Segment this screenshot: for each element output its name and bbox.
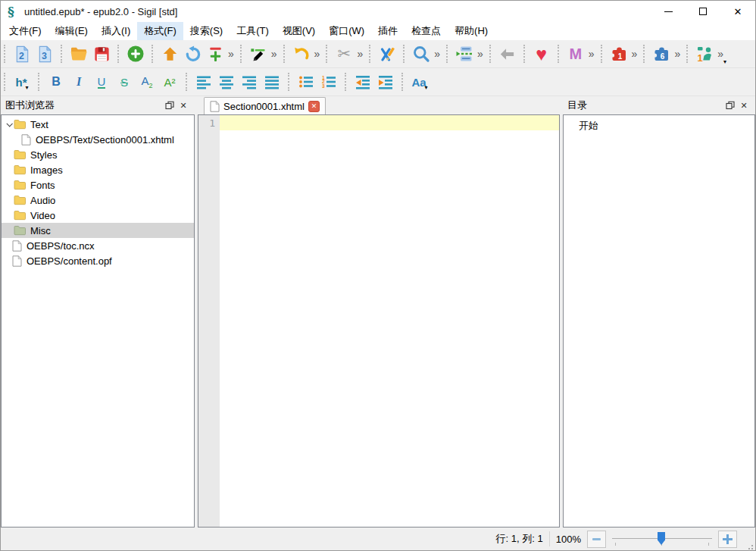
chevron-slot[interactable] bbox=[5, 122, 14, 127]
menu-file[interactable]: 文件(F) bbox=[2, 22, 48, 40]
strikethrough-button[interactable]: S bbox=[113, 70, 136, 93]
indent-button[interactable] bbox=[374, 70, 397, 93]
toolbar-grip[interactable] bbox=[152, 45, 155, 63]
align-justify-button[interactable] bbox=[261, 70, 283, 93]
tree-item-images-folder[interactable]: Images bbox=[2, 162, 194, 177]
cut-button[interactable]: ✂ bbox=[333, 42, 355, 65]
maximize-button[interactable] bbox=[686, 1, 720, 22]
toolbar-grip[interactable] bbox=[283, 45, 287, 63]
toolbar-grip[interactable] bbox=[288, 73, 292, 91]
checkpoint-button[interactable]: 1 bbox=[693, 42, 716, 65]
tree-item-audio-folder[interactable]: Audio bbox=[2, 193, 194, 208]
zoom-slider-thumb[interactable] bbox=[658, 532, 665, 545]
tree-item-text-folder[interactable]: Text bbox=[2, 117, 194, 132]
toolbar-grip[interactable] bbox=[489, 45, 493, 63]
toolbar-grip[interactable] bbox=[38, 73, 42, 91]
toolbar-overflow-chevron[interactable]: » bbox=[630, 42, 639, 65]
menu-window[interactable]: 窗口(W) bbox=[322, 22, 371, 40]
float-panel-button[interactable] bbox=[723, 99, 737, 112]
change-case-button[interactable]: Aa ▾ bbox=[408, 70, 431, 93]
menu-insert[interactable]: 插入(I) bbox=[95, 22, 137, 40]
tab-close-button[interactable]: ✕ bbox=[308, 101, 320, 112]
toolbar-grip[interactable] bbox=[401, 73, 405, 91]
tree-item-section0001[interactable]: OEBPS/Text/Section0001.xhtml bbox=[2, 132, 194, 147]
align-right-button[interactable] bbox=[238, 70, 261, 93]
checkpoint-dropdown-caret-icon[interactable]: ▾ bbox=[723, 58, 726, 67]
align-left-button[interactable] bbox=[192, 70, 215, 93]
superscript-button[interactable]: A² bbox=[158, 70, 181, 93]
insert-file-button[interactable] bbox=[204, 42, 226, 65]
toolbar-grip[interactable] bbox=[4, 73, 8, 91]
code-area[interactable] bbox=[220, 115, 559, 527]
tree-item-content-opf[interactable]: OEBPS/content.opf bbox=[2, 253, 194, 268]
new-epub3-button[interactable]: 3 bbox=[33, 42, 56, 65]
tree-item-styles-folder[interactable]: Styles bbox=[2, 147, 194, 162]
find-replace-button[interactable] bbox=[410, 42, 433, 65]
menu-view[interactable]: 视图(V) bbox=[276, 22, 322, 40]
toolbar-overflow-chevron[interactable]: » bbox=[355, 42, 364, 65]
menu-tools[interactable]: 工具(T) bbox=[230, 22, 276, 40]
open-button[interactable] bbox=[67, 42, 90, 65]
save-button[interactable] bbox=[90, 42, 113, 65]
tree-item-toc-ncx[interactable]: OEBPS/toc.ncx bbox=[2, 238, 194, 253]
toolbar-overflow-chevron[interactable]: » bbox=[587, 42, 596, 65]
toolbar-grip[interactable] bbox=[186, 73, 189, 91]
window-resize-grip[interactable] bbox=[745, 541, 754, 550]
toolbar-grip[interactable] bbox=[345, 73, 348, 91]
toolbar-grip[interactable] bbox=[558, 45, 561, 63]
zoom-in-button[interactable] bbox=[718, 531, 737, 548]
italic-button[interactable]: I bbox=[67, 70, 90, 93]
toolbar-overflow-chevron[interactable]: » bbox=[476, 42, 485, 65]
align-center-button[interactable] bbox=[215, 70, 238, 93]
tab-section0001[interactable]: Section0001.xhtml ✕ bbox=[204, 97, 326, 114]
close-button[interactable]: ✕ bbox=[720, 1, 755, 22]
toolbar-grip[interactable] bbox=[240, 45, 244, 63]
refresh-button[interactable] bbox=[181, 42, 204, 65]
toolbar-overflow-chevron[interactable]: » bbox=[673, 42, 682, 65]
toolbar-overflow-chevron[interactable]: » bbox=[433, 42, 442, 65]
toc-entry-start[interactable]: 开始 bbox=[579, 119, 754, 133]
donate-button[interactable]: ♥ bbox=[530, 42, 553, 65]
heading-select-button[interactable]: h* ▾ bbox=[11, 70, 33, 93]
close-panel-button[interactable]: ✕ bbox=[177, 99, 190, 112]
menu-help[interactable]: 帮助(H) bbox=[448, 22, 495, 40]
toolbar-grip[interactable] bbox=[601, 45, 604, 63]
zoom-out-button[interactable] bbox=[587, 531, 606, 548]
close-panel-button[interactable]: ✕ bbox=[737, 99, 751, 112]
current-line-highlight[interactable] bbox=[220, 115, 559, 130]
back-button[interactable] bbox=[496, 42, 519, 65]
plugin-1-button[interactable]: 1 bbox=[608, 42, 630, 65]
toolbar-overflow-chevron[interactable]: » bbox=[270, 42, 279, 65]
toolbar-grip[interactable] bbox=[369, 45, 373, 63]
bullet-list-button[interactable] bbox=[295, 70, 317, 93]
plugin-m-button[interactable]: M bbox=[564, 42, 587, 65]
toolbar-overflow-chevron[interactable]: » bbox=[226, 42, 236, 65]
new-epub2-button[interactable]: 2 bbox=[11, 42, 33, 65]
menu-edit[interactable]: 编辑(E) bbox=[48, 22, 95, 40]
split-at-cursor-button[interactable] bbox=[247, 42, 270, 65]
toolbar-grip[interactable] bbox=[686, 45, 690, 63]
toolbar-grip[interactable] bbox=[446, 45, 450, 63]
toolbar-grip[interactable] bbox=[403, 45, 407, 63]
tree-item-misc-folder[interactable]: Misc bbox=[2, 223, 194, 238]
menu-checkpoint[interactable]: 检查点 bbox=[405, 22, 448, 40]
toolbar-grip[interactable] bbox=[4, 45, 8, 63]
float-panel-button[interactable] bbox=[163, 99, 177, 112]
outdent-button[interactable] bbox=[351, 70, 374, 93]
menu-format[interactable]: 格式(F) bbox=[137, 22, 183, 40]
add-existing-files-button[interactable] bbox=[124, 42, 147, 65]
minimize-button[interactable] bbox=[651, 1, 686, 22]
bold-button[interactable]: B bbox=[45, 70, 67, 93]
subscript-button[interactable]: A2 bbox=[136, 70, 158, 93]
undo-button[interactable] bbox=[290, 42, 313, 65]
spellcheck-button[interactable] bbox=[376, 42, 398, 65]
toolbar-grip[interactable] bbox=[523, 45, 527, 63]
zoom-slider[interactable] bbox=[612, 530, 712, 548]
toolbar-grip[interactable] bbox=[643, 45, 647, 63]
toolbar-grip[interactable] bbox=[326, 45, 330, 63]
plugin-6-button[interactable]: 6 bbox=[650, 42, 673, 65]
code-editor[interactable]: 1 bbox=[198, 114, 560, 528]
tree-item-video-folder[interactable]: Video bbox=[2, 208, 194, 223]
tree-item-fonts-folder[interactable]: Fonts bbox=[2, 177, 194, 193]
toolbar-grip[interactable] bbox=[61, 45, 64, 63]
